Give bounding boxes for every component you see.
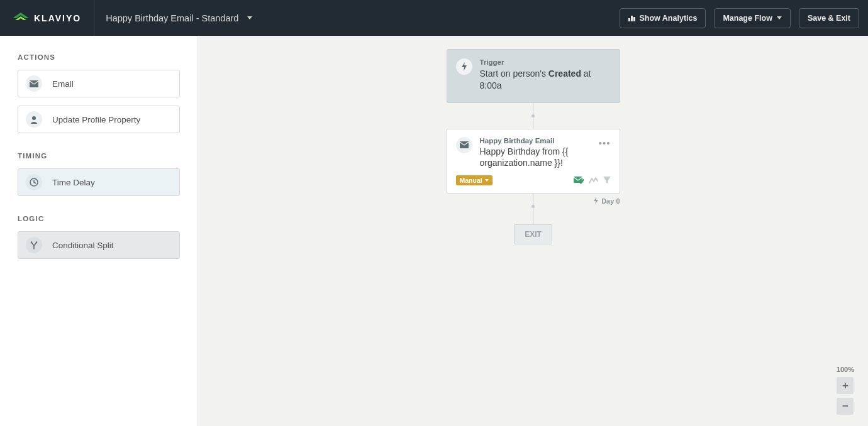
show-analytics-label: Show Analytics (640, 14, 698, 23)
sidebar-section-timing: TIMING Time Delay (18, 152, 180, 196)
klaviyo-logo-icon (13, 13, 29, 24)
email-card[interactable]: Happy Birthday Email Happy Birthday from… (447, 129, 620, 194)
sidebar-item-email[interactable]: Email (18, 70, 180, 97)
card-menu-button[interactable]: ••• (599, 137, 611, 148)
zoom-level: 100% (837, 366, 854, 373)
sidebar-item-update-profile[interactable]: Update Profile Property (18, 106, 180, 133)
split-icon (26, 237, 42, 253)
flow-canvas[interactable]: Trigger Start on person's Created at 8:0… (198, 36, 868, 426)
save-exit-button[interactable]: Save & Exit (799, 8, 859, 28)
sidebar-title-actions: ACTIONS (18, 53, 180, 61)
flow-name-label: Happy Birthday Email - Standard (106, 13, 238, 23)
sidebar-section-actions: ACTIONS Email Update Profile Property (18, 53, 180, 133)
manage-flow-label: Manage Flow (723, 14, 772, 23)
zoom-in-button[interactable]: + (837, 377, 854, 394)
show-analytics-button[interactable]: Show Analytics (620, 8, 706, 28)
flow-connector (533, 194, 533, 206)
chevron-down-icon (777, 16, 782, 19)
bolt-icon (593, 197, 599, 204)
clock-icon (26, 174, 42, 190)
sidebar-item-label: Conditional Split (52, 241, 114, 250)
manage-flow-button[interactable]: Manage Flow (714, 8, 790, 28)
zoom-controls: 100% + − (837, 366, 854, 415)
flow-connector (533, 116, 533, 129)
analytics-icon (628, 14, 635, 21)
header-actions: Show Analytics Manage Flow Save & Exit (620, 8, 869, 28)
mail-icon (26, 75, 42, 92)
sidebar-item-label: Time Delay (52, 178, 95, 187)
flow-connector (533, 103, 533, 116)
sidebar-item-label: Update Profile Property (52, 115, 140, 124)
sidebar-title-logic: LOGIC (18, 215, 180, 222)
app-header: KLAVIYO Happy Birthday Email - Standard … (0, 0, 868, 36)
day-label-text: Day 0 (601, 197, 620, 205)
chevron-down-icon (247, 16, 252, 19)
brand-name: KLAVIYO (34, 13, 81, 23)
sidebar-title-timing: TIMING (18, 152, 180, 160)
save-exit-label: Save & Exit (808, 14, 850, 23)
svg-point-4 (36, 241, 38, 243)
chevron-down-icon (485, 179, 489, 182)
ab-test-icon[interactable] (589, 177, 598, 184)
svg-point-3 (31, 241, 33, 243)
svg-point-1 (32, 116, 36, 120)
bolt-icon (456, 58, 472, 75)
email-card-title: Happy Birthday Email (480, 137, 591, 145)
status-badge-manual[interactable]: Manual (456, 175, 492, 185)
sidebar-item-time-delay[interactable]: Time Delay (18, 168, 180, 196)
exit-node: EXIT (514, 224, 552, 244)
trigger-card[interactable]: Trigger Start on person's Created at 8:0… (447, 49, 620, 103)
trigger-title: Trigger (480, 58, 611, 66)
brand-logo[interactable]: KLAVIYO (0, 0, 94, 36)
person-icon (26, 111, 42, 128)
flow-connector (533, 207, 533, 224)
mail-icon (456, 137, 472, 153)
trigger-description: Start on person's Created at 8:00a (480, 68, 611, 92)
smart-send-icon[interactable] (574, 176, 584, 184)
sidebar: ACTIONS Email Update Profile Property TI… (0, 36, 198, 426)
sidebar-section-logic: LOGIC Conditional Split (18, 215, 180, 259)
flow-name-selector[interactable]: Happy Birthday Email - Standard (94, 13, 252, 23)
filter-icon[interactable] (603, 177, 611, 184)
email-card-subject: Happy Birthday from {{ organization.name… (480, 146, 591, 169)
zoom-out-button[interactable]: − (837, 398, 854, 415)
sidebar-item-label: Email (52, 79, 74, 89)
sidebar-item-conditional-split[interactable]: Conditional Split (18, 231, 180, 259)
